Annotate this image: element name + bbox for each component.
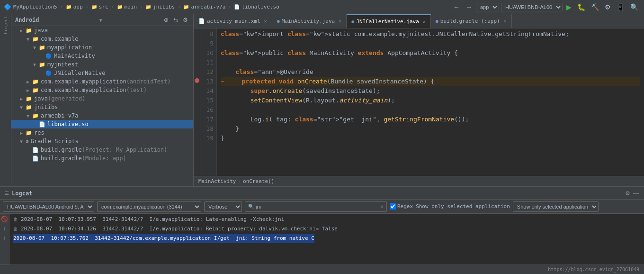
show-only-dropdown[interactable]: Show only selected application bbox=[513, 201, 599, 212]
sep3: › bbox=[111, 4, 114, 9]
regex-text: Regex bbox=[397, 203, 413, 210]
tab-close-jnicallee[interactable]: ✕ bbox=[423, 19, 426, 24]
bp-marker-9[interactable] bbox=[194, 38, 200, 47]
bc-mainactivity[interactable]: MainActivity bbox=[198, 178, 236, 184]
breadcrumb-project[interactable]: MyApplication5 bbox=[13, 4, 57, 10]
tree-item-1[interactable]: ▼📁com.example bbox=[11, 35, 193, 43]
sidebar-header: Android ▼ ⊕ ⇆ ⚙ bbox=[11, 14, 193, 26]
bp-marker-18[interactable] bbox=[194, 123, 200, 133]
tree-item-5[interactable]: 🔵JNICallerNative bbox=[11, 69, 193, 77]
tab-buildgradle[interactable]: ● build.gradle (:app) ✕ bbox=[431, 14, 512, 28]
tree-extra-8: (generated) bbox=[48, 95, 85, 102]
tab-mainactivity[interactable]: ● MainActivity.java ✕ bbox=[272, 14, 347, 28]
logcat-content[interactable]: 🗑2020-08-07 10:07:33.957 31442-31442/? I… bbox=[9, 214, 644, 265]
bp-marker-12[interactable] bbox=[194, 66, 200, 76]
code-line-9 bbox=[221, 39, 640, 48]
tree-item-2[interactable]: ▼📁myapplication bbox=[11, 43, 193, 52]
tab-jnicallee[interactable]: ● JNICallerNative.java ✕ bbox=[347, 14, 431, 28]
bp-marker-10[interactable] bbox=[194, 47, 200, 57]
sep4: › bbox=[140, 4, 143, 9]
bc-oncreate[interactable]: onCreate() bbox=[243, 178, 274, 184]
bp-marker-16[interactable] bbox=[194, 104, 200, 114]
line-num-17: 17 bbox=[203, 115, 214, 124]
tree-label-5: JNICallerNative bbox=[54, 70, 105, 76]
bp-marker-19[interactable] bbox=[194, 133, 200, 142]
breadcrumb-libnative[interactable]: libnative.so bbox=[242, 4, 279, 10]
sidebar-collapse-button[interactable]: ⇆ bbox=[172, 16, 179, 24]
tree-item-12[interactable]: ▶📁res bbox=[11, 128, 193, 137]
tab-activity-main[interactable]: 📄 activity_main.xml ✕ bbox=[194, 14, 272, 28]
run-button[interactable]: ▶ bbox=[564, 2, 573, 12]
tree-item-10[interactable]: ▼📁armeabi-v7a bbox=[11, 111, 193, 120]
tree-item-11[interactable]: 📄libnative.so bbox=[11, 120, 193, 128]
sidebar-settings-button[interactable]: ⚙ bbox=[181, 16, 189, 24]
tree-item-3[interactable]: 🔵MainActivity bbox=[11, 52, 193, 60]
bc-icon-main: 📁 bbox=[117, 4, 123, 9]
tab-close-mainactivity[interactable]: ✕ bbox=[339, 18, 341, 24]
build-button[interactable]: 🔨 bbox=[589, 2, 601, 12]
search-everything-button[interactable]: 🔍 bbox=[628, 2, 640, 12]
tab-close-activity-main[interactable]: ✕ bbox=[264, 18, 267, 24]
debug-button[interactable]: 🐛 bbox=[575, 2, 587, 12]
tab-label-jnicallee: JNICallerNative.java bbox=[356, 18, 419, 25]
code-text-14: super.onCreate(savedInstanceState); bbox=[221, 86, 380, 96]
avd-button[interactable]: 📱 bbox=[615, 2, 626, 12]
bp-marker-15[interactable] bbox=[194, 95, 200, 104]
regex-checkbox[interactable] bbox=[390, 203, 396, 210]
breadcrumb-main[interactable]: main bbox=[125, 4, 137, 10]
bp-marker-17[interactable] bbox=[194, 114, 200, 123]
back-button[interactable]: ← bbox=[451, 2, 462, 12]
sidebar-title: Android bbox=[15, 17, 39, 23]
breadcrumb-src[interactable]: src bbox=[99, 4, 108, 10]
code-content[interactable]: class="kw">import class="kw">static com.… bbox=[217, 28, 644, 176]
tree-icon-15: 📄 bbox=[32, 155, 39, 162]
code-text-19: } bbox=[221, 134, 224, 143]
logcat-scroll-button[interactable]: ↓ bbox=[3, 225, 7, 232]
tree-item-13[interactable]: ▼⚙Gradle Scripts bbox=[11, 137, 193, 146]
breakpoint-dot-13 bbox=[195, 78, 199, 83]
tree-item-0[interactable]: ▶📁java bbox=[11, 26, 193, 35]
search-clear-button[interactable]: ✕ bbox=[380, 203, 384, 210]
bp-marker-8[interactable] bbox=[194, 28, 200, 38]
tree-item-4[interactable]: ▼📁myjnitest bbox=[11, 60, 193, 69]
tree-item-8[interactable]: ▶📁java (generated) bbox=[11, 94, 193, 103]
tab-close-buildgradle[interactable]: ✕ bbox=[504, 18, 507, 24]
code-text-8: class="kw">import class="kw">static com.… bbox=[221, 29, 569, 39]
logcat-minimize-button[interactable]: — bbox=[633, 190, 639, 197]
bp-marker-13[interactable] bbox=[194, 76, 200, 85]
breadcrumb-armeabi[interactable]: armeabi-v7a bbox=[191, 4, 225, 10]
breadcrumb-jnilibs[interactable]: jniLibs bbox=[153, 4, 175, 10]
tree-arrow-13: ▼ bbox=[20, 139, 26, 144]
tree-label-13: Gradle Scripts bbox=[31, 138, 79, 145]
line-num-19: 19 bbox=[203, 134, 214, 143]
logcat-settings-button[interactable]: ⚙ bbox=[625, 190, 631, 197]
search-input[interactable] bbox=[256, 204, 378, 210]
level-filter-dropdown[interactable]: Verbose bbox=[204, 201, 242, 212]
bc-icon-app: 📁 bbox=[66, 4, 72, 9]
sdk-button[interactable]: ⚙ bbox=[603, 2, 613, 12]
code-line-17: Log.i( tag: class="str">"get jni", getSt… bbox=[221, 115, 640, 124]
device-filter-dropdown[interactable]: HUAWEI BND-AL00 Android 9, A bbox=[3, 201, 94, 212]
bp-marker-11[interactable] bbox=[194, 57, 200, 66]
tab-label-mainactivity: MainActivity.java bbox=[282, 18, 335, 24]
bp-marker-14[interactable] bbox=[194, 85, 200, 95]
logcat-up-button[interactable]: ↑ bbox=[3, 235, 7, 241]
tree-item-15[interactable]: 📄build.gradle (Module: app) bbox=[11, 154, 193, 163]
tree-item-7[interactable]: ▶📁com.example.myapplication (test) bbox=[11, 86, 193, 94]
forward-button[interactable]: → bbox=[464, 2, 474, 12]
sidebar-add-button[interactable]: ⊕ bbox=[162, 16, 170, 24]
tree-arrow-6: ▶ bbox=[27, 79, 32, 84]
tree-arrow-4: ▼ bbox=[33, 62, 39, 67]
tree-item-9[interactable]: ▼📁jniLibs bbox=[11, 103, 193, 111]
package-filter-dropdown[interactable]: com.example.myapplication (3144) bbox=[97, 201, 201, 212]
tree-icon-6: 📁 bbox=[32, 79, 39, 85]
device-dropdown[interactable]: HUAWEI BND-AL00 bbox=[501, 3, 563, 11]
breadcrumb-app[interactable]: app bbox=[73, 4, 83, 10]
arrow-indicator-13: → bbox=[221, 77, 227, 86]
run-config-dropdown[interactable]: app bbox=[476, 3, 499, 11]
sidebar-actions: ⊕ ⇆ ⚙ bbox=[162, 16, 189, 24]
tree-item-6[interactable]: ▶📁com.example.myapplication (androidTest… bbox=[11, 77, 193, 86]
tree-item-14[interactable]: 📄build.gradle (Project: My_Application) bbox=[11, 146, 193, 154]
tree-label-11: libnative.so bbox=[47, 121, 89, 128]
logcat-clear-button[interactable]: 🚫 bbox=[0, 216, 9, 222]
